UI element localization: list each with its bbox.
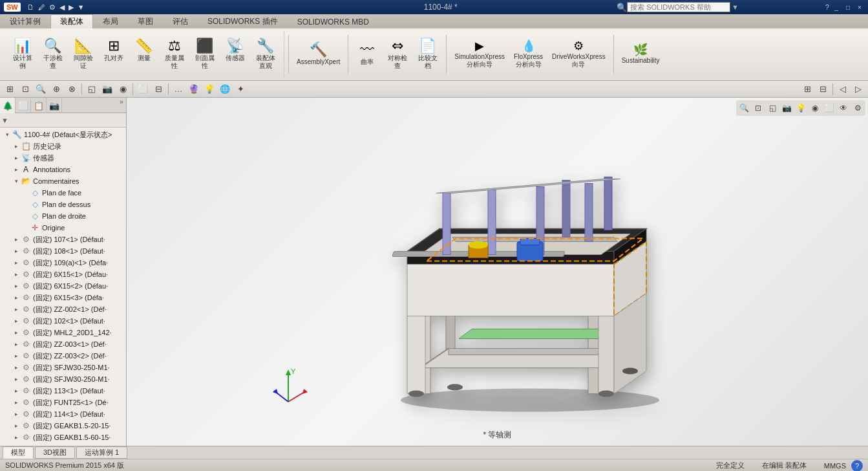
btn-assemblyxpert[interactable]: 🔨 AssemblyXpert bbox=[293, 41, 344, 67]
tb2-camera[interactable]: 📷 bbox=[100, 83, 114, 96]
btn-sensor[interactable]: 📡 传感器 bbox=[220, 38, 249, 71]
btn-design-study[interactable]: 📊 设计算例 bbox=[8, 38, 37, 71]
expand-109[interactable]: ▸ bbox=[12, 258, 21, 267]
btn-sustainability[interactable]: 🌿 Sustainability bbox=[618, 43, 664, 66]
tb2-split-h[interactable]: ⊞ bbox=[800, 83, 814, 96]
tree-item-funt25[interactable]: ▸ ⚙ (固定) FUNT25<1> (Dé· bbox=[0, 397, 126, 408]
vp-zoom-in[interactable]: 🔍 bbox=[737, 102, 750, 115]
btn-floatxpress[interactable]: 💧 FloXpress分析向导 bbox=[510, 39, 547, 70]
expand-113[interactable]: ▸ bbox=[12, 386, 21, 395]
expand-6x15-1[interactable]: ▸ bbox=[12, 270, 21, 279]
tb2-maximize-view[interactable]: ▷ bbox=[851, 83, 865, 96]
panel-collapse-btn[interactable]: » bbox=[117, 98, 126, 113]
tree-item-bgr[interactable]: ▸ ⚙ (固定) BGR7B600577·6· bbox=[0, 443, 126, 446]
tb2-scene[interactable]: ✦ bbox=[233, 83, 248, 96]
tb2-shading[interactable]: ⊟ bbox=[151, 83, 165, 96]
tree-item-107[interactable]: ▸ ⚙ (固定) 107<1> (Défaut· bbox=[0, 234, 126, 245]
tb2-section-view[interactable]: ◱ bbox=[85, 83, 99, 96]
expand-geakb15-60[interactable]: ▸ bbox=[12, 433, 21, 442]
btn-clearance[interactable]: 📐 间隙验证 bbox=[69, 38, 98, 71]
tree-item-zz003-2[interactable]: ▸ ⚙ (固定) ZZ-003<2> (Déf· bbox=[0, 350, 126, 362]
toolbar-customize[interactable]: ▼ bbox=[78, 3, 85, 11]
tab-feature-tree[interactable]: 🌲 bbox=[0, 98, 16, 113]
tab-sw-mbd[interactable]: SOLIDWORKS MBD bbox=[288, 14, 379, 28]
tb2-zoom-sheet[interactable]: ⊗ bbox=[65, 83, 79, 96]
tab-sketch[interactable]: 草图 bbox=[128, 14, 163, 28]
btn-compare-docs[interactable]: 📄 比较文档 bbox=[413, 38, 442, 71]
expand-6x15-3[interactable]: ▸ bbox=[12, 293, 21, 302]
btn-symmetry-check[interactable]: ⇔ 对称检查 bbox=[383, 38, 412, 71]
expand-sfjw30-1[interactable]: ▸ bbox=[12, 363, 21, 372]
expand-sfjw30-2[interactable]: ▸ bbox=[12, 375, 21, 384]
tb2-minimize-panel[interactable]: ◁ bbox=[836, 83, 850, 96]
tree-item-sensor[interactable]: ▸ 📡 传感器 bbox=[0, 152, 126, 164]
tree-item-102[interactable]: ▸ ⚙ (固定) 102<1> (Défaut· bbox=[0, 315, 126, 327]
tab-design[interactable]: 设计算例 bbox=[0, 14, 50, 28]
tree-item-plan-droite[interactable]: ◇ Plan de droite bbox=[0, 210, 126, 222]
btn-hole-align[interactable]: ⊞ 孔对齐 bbox=[99, 38, 128, 71]
tab-config-manager[interactable]: 📋 bbox=[31, 98, 47, 113]
expand-zz002[interactable]: ▸ bbox=[12, 305, 21, 314]
expand-sensor[interactable]: ▸ bbox=[12, 153, 21, 162]
vp-section[interactable]: ◱ bbox=[766, 102, 779, 115]
expand-annotations[interactable]: ▸ bbox=[12, 165, 21, 174]
tab-property-manager[interactable]: ⬜ bbox=[16, 98, 31, 113]
tab-evaluate[interactable]: 评估 bbox=[163, 14, 198, 28]
tree-item-geakb15-60[interactable]: ▸ ⚙ (固定) GEAKB1.5-60-15· bbox=[0, 432, 126, 443]
btn-assembly-viz[interactable]: 🔧 装配体直观 bbox=[251, 38, 280, 71]
vp-hide[interactable]: 👁 bbox=[837, 102, 850, 115]
tb2-view-settings[interactable]: … bbox=[171, 83, 185, 96]
vp-lights[interactable]: 💡 bbox=[794, 102, 807, 115]
help-status-icon[interactable]: ? bbox=[851, 460, 863, 472]
view-tab-model[interactable]: 模型 bbox=[3, 446, 34, 459]
expand-zz003-1[interactable]: ▸ bbox=[12, 340, 21, 349]
btn-simxpress[interactable]: ▶ SimulationXpress分析向导 bbox=[450, 39, 509, 70]
expand-geakb15-20[interactable]: ▸ bbox=[12, 421, 21, 430]
tree-item-plan-face[interactable]: ◇ Plan de face bbox=[0, 187, 126, 199]
btn-mass-props[interactable]: ⚖ 质量属性 bbox=[160, 38, 189, 71]
tb2-zoom-fit[interactable]: ⊡ bbox=[18, 83, 32, 96]
tree-item-origine[interactable]: ✛ Origine bbox=[0, 222, 126, 234]
tree-item-geakb15-20[interactable]: ▸ ⚙ (固定) GEAKB1.5-20-15· bbox=[0, 420, 126, 432]
tab-layout[interactable]: 布局 bbox=[93, 14, 128, 28]
tree-item-108[interactable]: ▸ ⚙ (固定) 108<1> (Défaut· bbox=[0, 245, 126, 257]
tab-assembly[interactable]: 装配体 bbox=[50, 14, 93, 28]
tab-sw-plugins[interactable]: SOLIDWORKS 插件 bbox=[198, 14, 288, 28]
close-btn[interactable]: × bbox=[855, 3, 864, 12]
btn-interference[interactable]: 🔍 干涉检查 bbox=[38, 38, 67, 71]
vp-zoom-fit[interactable]: ⊡ bbox=[752, 102, 765, 115]
expand-6x15-2[interactable]: ▸ bbox=[12, 281, 21, 290]
tree-item-113[interactable]: ▸ ⚙ (固定) 113<1> (Défaut· bbox=[0, 385, 126, 397]
tb2-zoom-area[interactable]: ⊕ bbox=[49, 83, 63, 96]
help-btn[interactable]: ? bbox=[825, 3, 829, 11]
expand-root[interactable]: ▾ bbox=[3, 130, 12, 139]
viewport[interactable]: 🔍 ⊡ ◱ 📷 💡 ◉ ⬜ 👁 ⚙ bbox=[127, 98, 868, 446]
tree-item-6x15-3[interactable]: ▸ ⚙ (固定) 6X15<3> (Défa· bbox=[0, 292, 126, 303]
expand-mhl2[interactable]: ▸ bbox=[12, 328, 21, 337]
expand-commentaires[interactable]: ▾ bbox=[12, 177, 21, 186]
restore-btn[interactable]: □ bbox=[843, 3, 852, 12]
tb2-split-v[interactable]: ⊟ bbox=[816, 83, 830, 96]
expand-history[interactable]: ▸ bbox=[12, 142, 21, 151]
tree-item-sfjw30-2[interactable]: ▸ ⚙ (固定) SFJW30-250-M1· bbox=[0, 373, 126, 385]
tree-item-mhl2[interactable]: ▸ ⚙ (固定) MHL2_20D1_142· bbox=[0, 327, 126, 338]
tb2-zoom-in[interactable]: 🔍 bbox=[34, 83, 48, 96]
nav-back[interactable]: ◀ bbox=[59, 3, 65, 12]
expand-bgr[interactable]: ▸ bbox=[12, 444, 21, 446]
search-input[interactable] bbox=[627, 2, 730, 12]
view-tab-motion[interactable]: 运动算例 1 bbox=[76, 446, 127, 459]
expand-114[interactable]: ▸ bbox=[12, 410, 21, 419]
vp-settings[interactable]: ⚙ bbox=[851, 102, 864, 115]
nav-forward[interactable]: ▶ bbox=[69, 3, 74, 12]
tree-item-109[interactable]: ▸ ⚙ (固定) 109(a)<1> (Défa· bbox=[0, 257, 126, 268]
btn-curvature[interactable]: 〰 曲率 bbox=[352, 41, 381, 67]
tb2-display-mode[interactable]: ⬜ bbox=[136, 83, 150, 96]
tree-item-commentaires[interactable]: ▾ 📂 Commentaires bbox=[0, 175, 126, 187]
tb2-ambient[interactable]: 🌐 bbox=[218, 83, 232, 96]
tb2-realview[interactable]: 🔮 bbox=[187, 83, 201, 96]
expand-107[interactable]: ▸ bbox=[12, 235, 21, 244]
tree-item-6x15-1[interactable]: ▸ ⚙ (固定) 6X15<1> (Défau· bbox=[0, 268, 126, 280]
btn-driveworks[interactable]: ⚙ DriveWorksXpress向导 bbox=[548, 39, 609, 70]
tree-item-zz002[interactable]: ▸ ⚙ (固定) ZZ-002<1> (Déf· bbox=[0, 303, 126, 315]
tree-item-114[interactable]: ▸ ⚙ (固定) 114<1> (Défaut· bbox=[0, 408, 126, 420]
